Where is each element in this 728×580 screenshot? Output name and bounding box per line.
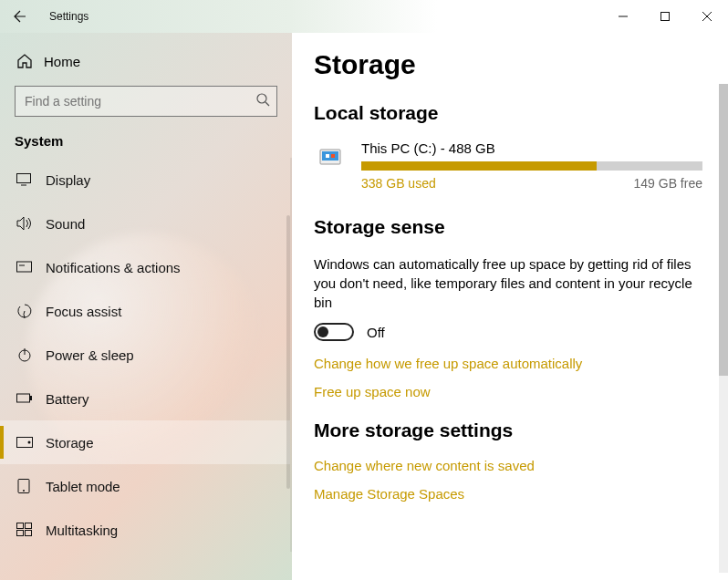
sidebar-item-label: Sound xyxy=(46,216,85,232)
link-storage-spaces[interactable]: Manage Storage Spaces xyxy=(314,486,702,502)
sidebar-item-label: Notifications & actions xyxy=(46,260,181,275)
svg-point-15 xyxy=(28,441,31,444)
link-free-now[interactable]: Free up space now xyxy=(314,384,702,399)
sidebar-item-power-sleep[interactable]: Power & sleep xyxy=(0,333,290,377)
focus-assist-icon xyxy=(15,303,35,319)
home-button[interactable]: Home xyxy=(0,44,292,78)
section-more-storage: More storage settings xyxy=(314,419,702,441)
power-sleep-icon xyxy=(15,347,35,363)
svg-rect-1 xyxy=(661,13,670,21)
svg-rect-23 xyxy=(322,151,338,161)
sidebar-group-title: System xyxy=(0,133,292,158)
sidebar-item-battery[interactable]: Battery xyxy=(0,377,290,420)
storage-free: 149 GB free xyxy=(634,176,703,191)
sidebar-item-label: Multitasking xyxy=(46,523,118,538)
sidebar-item-label: Focus assist xyxy=(46,304,121,319)
close-icon xyxy=(702,12,712,21)
drive-row[interactable]: This PC (C:) - 488 GB 338 GB used 149 GB… xyxy=(314,140,702,191)
page-title: Storage xyxy=(314,49,702,80)
storage-used: 338 GB used xyxy=(361,176,436,191)
svg-point-4 xyxy=(257,94,266,103)
storage-sense-toggle[interactable] xyxy=(314,323,354,341)
storage-bar xyxy=(361,161,702,171)
sidebar: Home System DisplaySoundNotifications & … xyxy=(0,33,292,580)
sidebar-item-storage[interactable]: Storage xyxy=(0,420,290,464)
sidebar-item-tablet-mode[interactable]: Tablet mode xyxy=(0,464,290,508)
sound-icon xyxy=(15,216,35,231)
minimize-icon xyxy=(619,12,628,21)
sidebar-item-label: Power & sleep xyxy=(46,347,134,363)
notifications-icon xyxy=(15,260,35,274)
drive-name: This PC (C:) - 488 GB xyxy=(361,140,702,156)
toggle-knob xyxy=(317,326,328,337)
svg-rect-20 xyxy=(17,531,24,536)
multitasking-icon xyxy=(15,523,35,537)
sidebar-item-notifications[interactable]: Notifications & actions xyxy=(0,245,290,289)
back-button[interactable] xyxy=(11,9,38,24)
search-box[interactable] xyxy=(15,86,277,117)
sidebar-item-focus-assist[interactable]: Focus assist xyxy=(0,289,290,333)
link-change-auto[interactable]: Change how we free up space automaticall… xyxy=(314,356,702,371)
sidebar-item-label: Battery xyxy=(46,391,89,407)
window-title: Settings xyxy=(49,10,88,23)
section-local-storage: Local storage xyxy=(314,102,702,124)
main-scrollbar-thumb[interactable] xyxy=(719,84,728,376)
svg-rect-8 xyxy=(17,262,32,272)
svg-rect-25 xyxy=(331,154,335,158)
storage-icon xyxy=(15,437,35,448)
sidebar-item-sound[interactable]: Sound xyxy=(0,202,290,245)
maximize-icon xyxy=(660,12,670,21)
display-icon xyxy=(15,173,35,186)
svg-point-17 xyxy=(23,490,25,492)
home-icon xyxy=(15,53,35,69)
svg-rect-6 xyxy=(17,174,31,183)
sidebar-scrollbar[interactable] xyxy=(286,215,290,489)
sidebar-item-label: Display xyxy=(46,172,90,188)
storage-sense-description: Windows can automatically free up space … xyxy=(314,254,702,312)
home-label: Home xyxy=(44,54,80,69)
battery-icon xyxy=(15,392,35,405)
search-input[interactable] xyxy=(15,86,277,117)
svg-rect-18 xyxy=(17,523,24,529)
svg-rect-19 xyxy=(26,523,32,529)
storage-sense-state: Off xyxy=(367,325,385,340)
sidebar-item-label: Storage xyxy=(46,435,94,451)
sidebar-item-multitasking[interactable]: Multitasking xyxy=(0,508,290,552)
svg-rect-24 xyxy=(326,154,329,158)
section-storage-sense: Storage sense xyxy=(314,216,702,238)
svg-line-5 xyxy=(265,102,269,106)
tablet-mode-icon xyxy=(15,479,35,493)
link-change-where[interactable]: Change where new content is saved xyxy=(314,458,702,473)
svg-rect-21 xyxy=(26,531,32,536)
storage-bar-fill xyxy=(361,161,597,171)
drive-icon xyxy=(314,140,350,173)
close-button[interactable] xyxy=(686,0,728,33)
minimize-button[interactable] xyxy=(602,0,644,33)
main-content: Storage Local storage This PC (C:) - 488… xyxy=(292,33,728,580)
sidebar-item-label: Tablet mode xyxy=(46,479,120,494)
svg-rect-13 xyxy=(30,396,32,400)
titlebar: Settings xyxy=(0,0,728,33)
svg-rect-12 xyxy=(17,394,30,402)
search-icon xyxy=(255,92,270,107)
maximize-button[interactable] xyxy=(644,0,686,33)
sidebar-item-display[interactable]: Display xyxy=(0,158,290,202)
